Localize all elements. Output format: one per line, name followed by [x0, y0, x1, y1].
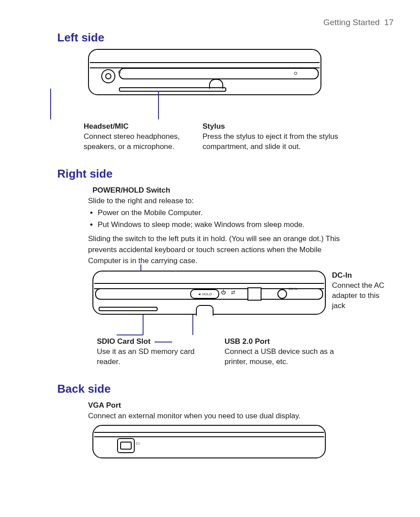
hold-switch-icon: ◄ HOLD — [190, 289, 219, 299]
vga-port-icon — [117, 438, 135, 453]
power-hold-desc: Sliding the switch to the left puts it i… — [88, 234, 350, 266]
usb-desc: Connect a USB device such as a printer, … — [225, 347, 357, 367]
usb-icon: ⇄ — [231, 290, 235, 295]
headphone-icon: ∩ — [117, 68, 121, 75]
monitor-icon: ▭ — [136, 441, 140, 446]
power-hold-list: Power on the Mobile Computer. Put Window… — [88, 208, 350, 230]
headset-callout-title: Headset/MIC — [84, 122, 198, 132]
right-side-diagram: ◄ HOLD ⏻ ⇄ DC IN — [92, 271, 326, 315]
power-icon: ⏻ — [221, 290, 226, 295]
dcin-desc: Connect the AC adapter to this jack — [332, 281, 385, 311]
back-side-diagram: ▭ — [92, 425, 326, 458]
left-side-diagram: ∩ — [88, 49, 321, 95]
back-side-heading: Back side — [26, 382, 394, 396]
left-side-heading: Left side — [26, 31, 394, 45]
vga-desc: Connect an external monitor when you nee… — [88, 411, 308, 421]
power-hold-title: POWER/HOLD Switch — [88, 185, 350, 196]
header-page-number: 17 — [384, 18, 394, 27]
usb-title: USB 2.0 Port — [225, 337, 357, 347]
sd-slot-icon — [196, 305, 214, 316]
power-hold-bullet-1: Power on the Mobile Computer. — [98, 208, 350, 219]
power-hold-bullet-2: Put Windows to sleep mode; wake Windows … — [98, 219, 350, 231]
sd-title: SDIO Card Slot — [97, 337, 151, 346]
page-header: Getting Started 17 — [26, 18, 394, 27]
right-side-heading: Right side — [26, 167, 394, 181]
power-hold-intro: Slide to the right and release to: — [88, 196, 350, 207]
dcin-title: DC-In — [332, 271, 385, 281]
header-section: Getting Started — [324, 18, 380, 27]
vga-title: VGA Port — [88, 400, 308, 411]
sd-desc: Use it as an SD memory card reader. — [97, 347, 211, 367]
stylus-callout-title: Stylus — [203, 122, 352, 132]
headset-callout-desc: Connect stereo headphones, speakers, or … — [84, 132, 198, 152]
stylus-callout-desc: Press the stylus to eject it from the st… — [203, 132, 352, 152]
dc-in-label: DC IN — [289, 287, 297, 290]
headset-jack-icon — [101, 69, 115, 83]
usb-port-icon — [247, 287, 262, 301]
